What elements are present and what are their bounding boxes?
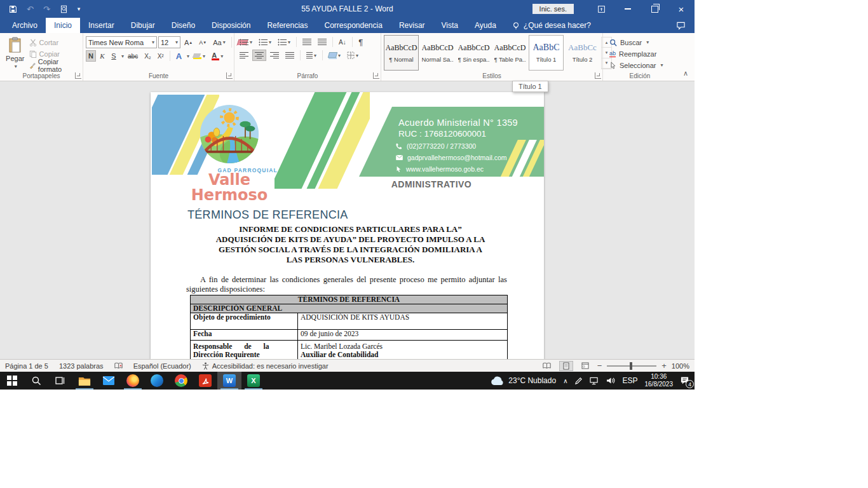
undo-icon[interactable]: ↶ (27, 4, 34, 14)
strikethrough-button[interactable]: abc (125, 50, 140, 62)
bold-button[interactable]: N (86, 50, 96, 62)
paragraph-dialog-launcher[interactable] (373, 72, 379, 79)
page-indicator[interactable]: Página 1 de 5 (5, 362, 48, 370)
pen-icon[interactable] (574, 377, 583, 385)
format-painter-button[interactable]: Copiar formato (29, 60, 78, 70)
style-sin-espaciado[interactable]: AaBbCcDc ¶ Sin espa... (456, 35, 491, 71)
bullets-button[interactable]: ▾ (237, 36, 255, 48)
borders-button[interactable]: ▾ (344, 50, 361, 61)
select-button[interactable]: Seleccionar ▾ (609, 60, 663, 70)
taskbar-mail[interactable] (97, 372, 121, 390)
style-titulo-2[interactable]: AaBbCc Título 2 (565, 35, 600, 71)
accessibility-status[interactable]: Accesibilidad: es necesario investigar (202, 362, 329, 370)
shrink-font-button[interactable]: A▼ (196, 37, 209, 48)
font-color-button[interactable]: A▾ (209, 50, 226, 62)
print-layout-button[interactable] (559, 361, 573, 371)
show-formatting-button[interactable]: ¶ (356, 36, 366, 48)
language-indicator[interactable]: Español (Ecuador) (133, 362, 191, 370)
zoom-level[interactable]: 100% (672, 362, 689, 370)
taskbar-file-explorer[interactable] (72, 372, 97, 390)
font-dialog-launcher[interactable] (226, 72, 233, 79)
numbering-button[interactable]: ▾ (256, 36, 274, 48)
style-titulo-1[interactable]: AaBbC Título 1 (529, 35, 564, 71)
replace-button[interactable]: ab Reemplazar (609, 49, 663, 58)
sign-in-button[interactable]: Inic. ses. (532, 4, 574, 14)
superscript-button[interactable]: X² (155, 50, 166, 62)
sort-button[interactable]: A↓ (336, 36, 349, 48)
style-normal-sa[interactable]: AaBbCcDc Normal Sa... (420, 35, 455, 71)
taskbar-acrobat[interactable] (193, 372, 217, 390)
start-button[interactable] (0, 372, 24, 390)
taskbar-excel[interactable]: X (241, 372, 266, 390)
keyboard-language[interactable]: ESP (622, 376, 637, 385)
underline-dropdown-icon[interactable]: ▾ (121, 53, 124, 59)
tell-me-box[interactable]: ¿Qué desea hacer? (505, 18, 599, 33)
tab-referencias[interactable]: Referencias (259, 18, 316, 33)
comments-button[interactable] (676, 18, 695, 33)
tab-disposicion[interactable]: Disposición (203, 18, 259, 33)
underline-button[interactable]: S (109, 50, 119, 62)
cut-button[interactable]: Cortar (29, 37, 78, 47)
align-center-button[interactable] (252, 50, 266, 61)
multilevel-list-button[interactable]: ▾ (275, 36, 293, 48)
decrease-indent-button[interactable] (300, 36, 314, 48)
line-spacing-button[interactable]: ▾ (304, 50, 319, 61)
tab-diseno[interactable]: Diseño (163, 18, 203, 33)
tray-chevron-up[interactable]: ∧ (563, 377, 567, 384)
zoom-in-button[interactable]: + (661, 361, 667, 370)
tab-archivo[interactable]: Archivo (4, 18, 46, 33)
increase-indent-button[interactable] (315, 36, 329, 48)
align-right-button[interactable] (268, 50, 281, 61)
word-count[interactable]: 1323 palabras (59, 362, 104, 370)
print-preview-icon[interactable] (60, 5, 68, 13)
customize-qat-icon[interactable]: ▾ (78, 6, 81, 12)
document-page[interactable]: GAD PARROQUIAL Valle Hermoso Acuerdo Min… (151, 92, 544, 359)
tab-inicio[interactable]: Inicio (46, 18, 80, 33)
grow-font-button[interactable]: A▲ (182, 37, 195, 48)
italic-button[interactable]: K (97, 50, 107, 62)
collapse-ribbon-button[interactable]: ∧ (677, 33, 695, 81)
zoom-out-button[interactable]: − (597, 361, 602, 370)
volume-icon[interactable] (606, 377, 615, 384)
tab-ayuda[interactable]: Ayuda (466, 18, 505, 33)
styles-dialog-launcher[interactable] (595, 72, 601, 79)
weather-widget[interactable]: 23°C Nublado (491, 376, 556, 386)
style-table-pa[interactable]: AaBbCcD ¶ Table Pa... (492, 35, 527, 71)
read-mode-button[interactable] (540, 361, 554, 371)
taskbar-chrome[interactable] (169, 372, 193, 390)
network-icon[interactable] (590, 377, 599, 385)
tab-correspondencia[interactable]: Correspondencia (316, 18, 390, 33)
proofing-status[interactable] (114, 362, 123, 369)
taskbar-word[interactable]: W (217, 372, 241, 390)
text-effects-dropdown-icon[interactable]: ▾ (187, 53, 189, 59)
clipboard-dialog-launcher[interactable] (75, 72, 81, 79)
font-name-combobox[interactable]: Times New Roma ▾ (86, 36, 157, 48)
justify-button[interactable] (283, 50, 297, 61)
ribbon-display-options-button[interactable] (588, 0, 614, 18)
task-view-button[interactable] (48, 372, 72, 390)
zoom-handle[interactable] (630, 362, 632, 370)
notification-center-button[interactable]: 4 (680, 376, 689, 385)
redo-icon[interactable]: ↷ (43, 4, 50, 14)
clock[interactable]: 10:36 16/8/2023 (645, 373, 674, 388)
shading-button[interactable]: ▾ (326, 50, 343, 61)
tab-dibujar[interactable]: Dibujar (123, 18, 163, 33)
web-layout-button[interactable] (578, 361, 592, 371)
restore-button[interactable] (641, 0, 668, 18)
zoom-slider[interactable] (607, 365, 656, 367)
tab-vista[interactable]: Vista (433, 18, 466, 33)
taskbar-search-button[interactable] (24, 372, 48, 390)
save-icon[interactable] (9, 5, 17, 13)
minimize-button[interactable] (614, 0, 641, 18)
paste-button[interactable]: Pegar ▾ (3, 35, 28, 69)
subscript-button[interactable]: X₂ (142, 50, 154, 62)
align-left-button[interactable] (237, 50, 251, 61)
change-case-button[interactable]: Aa▾ (210, 37, 227, 48)
style-normal[interactable]: AaBbCcDc ¶ Normal (384, 35, 419, 71)
font-size-combobox[interactable]: 12 ▾ (158, 36, 180, 48)
tab-revisar[interactable]: Revisar (391, 18, 433, 33)
text-effects-button[interactable]: A (173, 50, 184, 62)
tab-insertar[interactable]: Insertar (80, 18, 123, 33)
close-button[interactable]: × (668, 0, 695, 18)
taskbar-firefox[interactable] (121, 372, 145, 390)
